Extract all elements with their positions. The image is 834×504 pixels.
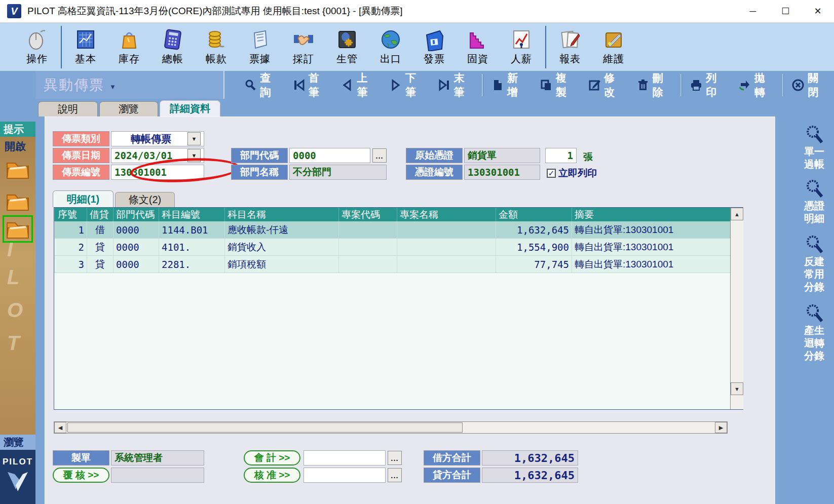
entries-grid: 序號 借貸 部門代碼 科目編號 科目名稱 專案代碼 專案名稱 金額 摘要 1 借… xyxy=(54,207,743,410)
toolbar-item-maintenance[interactable]: 維護 xyxy=(592,25,635,69)
col-header-dc[interactable]: 借貸 xyxy=(87,208,113,221)
voucher-type-select[interactable]: 轉帳傳票 ▼ xyxy=(111,131,204,146)
voucher-detail-button[interactable]: 憑證明細 xyxy=(798,178,830,225)
accounting-field[interactable] xyxy=(304,450,386,466)
main-toolbar: 操作 基本 庫存 總帳 帳款 票據 採訂 生管 xyxy=(0,23,834,71)
title-bar: V PILOT 高格亞翼資訊-113年3月份(CORE)內部測試專用 使用帳目:… xyxy=(0,0,834,23)
dept-lookup-button[interactable]: ... xyxy=(372,148,387,163)
doc-count-field[interactable]: 1 xyxy=(545,148,577,163)
print-button[interactable]: 列印 xyxy=(684,74,732,96)
dept-code-label: 部門代碼 xyxy=(231,148,288,163)
calculator-icon xyxy=(161,28,184,51)
toolbar-item-export[interactable]: 出口 xyxy=(369,25,412,69)
toolbar-item-ledger[interactable]: 總帳 xyxy=(151,25,195,69)
scroll-up-button[interactable]: ▲ xyxy=(731,208,743,220)
grid-row[interactable]: 2 貸 0000 4101. 銷貨收入 1,554,900 轉自出貨單:1303… xyxy=(54,239,743,256)
magnifier-icon xyxy=(804,234,825,255)
close-module-button[interactable]: 關閉 xyxy=(785,74,834,96)
col-header-acct-name[interactable]: 科目名稱 xyxy=(224,208,338,221)
toolbar-item-production[interactable]: 生管 xyxy=(325,25,369,69)
toolbar-item-payables[interactable]: 帳款 xyxy=(195,25,238,69)
dept-code-input[interactable]: 0000 xyxy=(289,148,370,163)
print-now-checkbox-group[interactable]: ✓ 立即列印 xyxy=(547,167,597,180)
note-paper-icon xyxy=(248,28,272,51)
toolbar-separator xyxy=(545,26,546,68)
accounting-lookup-button[interactable]: ... xyxy=(388,451,402,465)
toolbar-item-assets[interactable]: 固資 xyxy=(456,25,500,69)
delete-button[interactable]: 刪除 xyxy=(630,74,679,96)
col-header-seq[interactable]: 序號 xyxy=(54,208,87,221)
doc-no-label: 憑證編號 xyxy=(406,165,463,180)
horizontal-scrollbar[interactable]: ◀ ▶ xyxy=(54,421,728,434)
trash-icon xyxy=(637,79,649,91)
approve-button[interactable]: 核 准 >> xyxy=(244,468,300,483)
checkbox-checked-icon[interactable]: ✓ xyxy=(547,169,556,178)
grid-row[interactable]: 3 貸 0000 2281. 銷項稅額 77,745 轉自出貨單:1303010… xyxy=(54,256,743,273)
edit-button[interactable]: 修改 xyxy=(582,74,630,96)
toolbar-item-basic[interactable]: 基本 xyxy=(64,25,107,69)
tab-detail[interactable]: 詳細資料 xyxy=(160,100,220,117)
scroll-right-button[interactable]: ▶ xyxy=(715,422,727,433)
add-button[interactable]: 新增 xyxy=(485,74,534,96)
minimize-button[interactable]: ─ xyxy=(737,0,769,22)
toolbar-item-inventory[interactable]: 庫存 xyxy=(107,25,151,69)
query-button[interactable]: 查詢 xyxy=(238,74,286,96)
toolbar-item-payroll[interactable]: 人薪 xyxy=(500,25,543,69)
next-record-icon xyxy=(390,79,402,91)
application-window: V PILOT 高格亞翼資訊-113年3月份(CORE)內部測試專用 使用帳目:… xyxy=(0,0,834,504)
toolbar-separator xyxy=(482,74,483,96)
col-header-acct-no[interactable]: 科目編號 xyxy=(159,208,224,221)
new-page-icon xyxy=(491,79,504,91)
reverse-common-entry-button[interactable]: 反建常用分錄 xyxy=(798,234,830,293)
first-record-button[interactable]: 首筆 xyxy=(286,74,335,96)
module-title-label: 異動傳票 xyxy=(44,75,104,95)
toolbar-item-invoice[interactable]: 發票 xyxy=(412,25,456,69)
col-header-dept[interactable]: 部門代碼 xyxy=(113,208,159,221)
scroll-down-button[interactable]: ▼ xyxy=(731,382,743,395)
sidebar-hint-bar[interactable]: 提示 xyxy=(0,122,35,137)
folder-icon[interactable] xyxy=(5,158,30,180)
col-header-amount[interactable]: 金額 xyxy=(496,208,572,221)
credit-total-value: 1,632,645 xyxy=(482,468,578,483)
pilot-brand-label: PILOT xyxy=(3,457,33,467)
folder-icon-selected[interactable] xyxy=(5,218,30,240)
transfer-button[interactable]: 拋轉 xyxy=(732,74,781,96)
sidebar-browse-bar[interactable]: 瀏覽 xyxy=(0,435,35,450)
single-post-button[interactable]: 單一過帳 xyxy=(798,124,830,171)
toolbar-separator xyxy=(782,74,783,96)
approve-lookup-button[interactable]: ... xyxy=(388,468,402,482)
generate-reversal-entry-button[interactable]: 產生迴轉分錄 xyxy=(798,303,830,362)
copy-button[interactable]: 複製 xyxy=(534,74,582,96)
toolbar-item-operate[interactable]: 操作 xyxy=(15,25,59,69)
folder-icon[interactable] xyxy=(5,190,30,212)
close-circle-icon xyxy=(792,79,804,91)
scroll-left-button[interactable]: ◀ xyxy=(54,422,66,433)
subtab-terms[interactable]: 條文(2) xyxy=(115,192,175,207)
close-button[interactable]: ✕ xyxy=(802,0,834,22)
vertical-scrollbar[interactable]: ▲ ▼ xyxy=(730,208,743,409)
maximize-button[interactable]: ☐ xyxy=(769,0,802,22)
approve-field[interactable] xyxy=(304,468,386,483)
voucher-no-label: 傳票編號 xyxy=(53,165,109,180)
col-header-proj-code[interactable]: 專案代碼 xyxy=(338,208,397,221)
review-button[interactable]: 覆 核 >> xyxy=(53,468,109,483)
tab-browse[interactable]: 瀏覽 xyxy=(99,101,158,117)
col-header-proj-name[interactable]: 專案名稱 xyxy=(397,208,496,221)
scrollbar-thumb[interactable] xyxy=(67,422,463,433)
dropdown-button[interactable]: ▼ xyxy=(187,132,201,145)
toolbar-item-purchase[interactable]: 採訂 xyxy=(282,25,325,69)
previous-record-button[interactable]: 上筆 xyxy=(334,74,383,96)
accounting-button[interactable]: 會 計 >> xyxy=(244,450,300,466)
toolbar-item-reports[interactable]: 報表 xyxy=(548,25,592,69)
last-record-button[interactable]: 末筆 xyxy=(432,74,480,96)
next-record-button[interactable]: 下筆 xyxy=(383,74,432,96)
dept-name-field: 不分部門 xyxy=(289,165,387,180)
debit-total-value: 1,632,645 xyxy=(482,450,578,466)
subtab-detail[interactable]: 明細(1) xyxy=(53,190,113,207)
col-header-memo[interactable]: 摘要 xyxy=(572,208,731,221)
grid-row[interactable]: 1 借 0000 1144.B01 應收帳款-仟遠 1,632,645 轉自出貨… xyxy=(54,221,743,239)
watermark-letter: T xyxy=(7,332,19,355)
tab-description[interactable]: 說明 xyxy=(38,101,98,117)
toolbar-item-notes[interactable]: 票據 xyxy=(238,25,282,69)
module-title-dropdown[interactable]: 異動傳票 ▼ xyxy=(35,71,224,99)
